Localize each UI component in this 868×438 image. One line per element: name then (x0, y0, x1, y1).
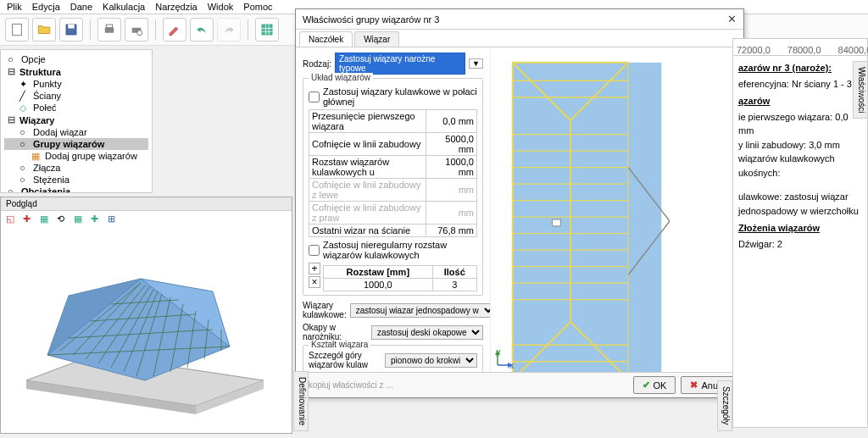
print-preview-button[interactable] (125, 18, 148, 42)
vtab-details[interactable]: Szczegóły (717, 380, 732, 431)
menu-pomoc[interactable]: Pomoc (243, 2, 272, 12)
okapy-label: Okapy w narożniku: (303, 323, 368, 341)
properties-dialog: Właściwości grupy wiązarów nr 3 ✕ Naczół… (295, 8, 744, 398)
svg-point-6 (137, 30, 142, 36)
ruler: 72000,078000,084000,0 (733, 39, 867, 56)
svg-rect-4 (106, 25, 113, 28)
tab-narozek[interactable]: Naczółek (299, 31, 353, 47)
project-tree-panel: ○Opcje ⊟Struktura ✦Punkty ╱Ściany ◇Połeć… (0, 49, 153, 193)
chk-nieregularny-label: Zastosuj nieregularny rozstaw wiązarów k… (323, 240, 477, 260)
preview-tool-6[interactable]: ✚ (91, 213, 103, 225)
side-grp: ązarów (738, 94, 862, 108)
rozstaw-cell[interactable]: 1000,0 (324, 279, 433, 291)
right-properties-panel: 72000,078000,084000,0 azarów nr 3 (naroż… (732, 38, 868, 428)
remove-row-button[interactable]: × (309, 276, 320, 288)
tree-stezenia[interactable]: ○Stężenia (4, 174, 148, 186)
svg-rect-3 (105, 28, 114, 33)
chk-kulawkowe-label: Zastosuj wiązary kulawkowe w połaci głów… (323, 86, 477, 107)
val-cofniecie[interactable]: 5000,0 mm (426, 133, 477, 156)
vtab-properties[interactable]: Właściwości (853, 61, 868, 119)
vtab-definiowanie[interactable]: Definiowanie (293, 371, 309, 431)
side-l6: Złożenia wiązarów (738, 221, 862, 236)
preview-3d-canvas[interactable] (1, 228, 292, 423)
uklad-group-title: Układ wiązarów (309, 73, 373, 82)
calc-button[interactable] (255, 18, 279, 42)
menu-kalkulacja[interactable]: Kalkulacja (103, 2, 145, 12)
okapy-select[interactable]: zastosuj deski okapowe (371, 325, 483, 340)
dialog-title: Właściwości grupy wiązarów nr 3 (303, 14, 439, 25)
menu-plik[interactable]: Plik (7, 2, 22, 12)
dialog-plan-canvas[interactable]: y x (491, 47, 743, 372)
svg-rect-0 (13, 24, 22, 36)
side-ref: eferencyjna: Nr ściany 1 - 3 (738, 77, 862, 91)
side-l3: wiązarów kulawkowych ukośnych: (738, 152, 862, 180)
tab-wiazar[interactable]: Wiązar (354, 31, 399, 47)
preview-tool-1[interactable]: ◱ (6, 213, 18, 225)
svg-rect-7 (262, 25, 272, 35)
uklad-table: Przesunięcie pierwszego wiązara0,0 mm Co… (309, 109, 477, 237)
tree-opcje[interactable]: ○Opcje (4, 53, 148, 65)
menu-narzedzia[interactable]: Narzędzia (155, 2, 198, 12)
side-header: azarów nr 3 (naroże): (738, 61, 862, 75)
menu-dane[interactable]: Dane (70, 2, 92, 12)
side-l1: ie pierwszego wiązara: 0,0 mm (738, 110, 862, 138)
new-button[interactable] (5, 18, 29, 42)
tree-struktura[interactable]: ⊟Struktura (4, 65, 148, 78)
preview-panel: Podgląd ◱ ✚ ▦ ⟲ ▦ ✚ ⊞ (0, 197, 292, 434)
svg-marker-60 (508, 363, 513, 368)
preview-title: Podgląd (1, 197, 292, 211)
preview-tool-4[interactable]: ⟲ (57, 213, 69, 225)
ilosc-cell[interactable]: 3 (432, 279, 476, 291)
chk-kulawkowe[interactable] (309, 91, 320, 103)
ok-button[interactable]: ✔OK (633, 376, 676, 394)
print-button[interactable] (97, 18, 121, 42)
preview-tool-7[interactable]: ⊞ (108, 213, 120, 225)
chk-nieregularny[interactable] (309, 245, 320, 256)
tree-dodaj-grupe[interactable]: ▦Dodaj grupę wiązarów (4, 150, 148, 162)
tree-wiazary[interactable]: ⊟Wiązary (4, 114, 148, 126)
tree-punkty[interactable]: ✦Punkty (4, 78, 148, 90)
preview-tool-2[interactable]: ✚ (23, 213, 35, 225)
wk-label: Wiązary kulawkowe: (303, 301, 347, 319)
menu-widok[interactable]: Widok (208, 2, 234, 12)
rozstaw-table: Rozstaw [mm]Ilość 1000,03 (323, 265, 477, 291)
close-icon[interactable]: ✕ (727, 13, 737, 25)
tree-grupy-wiazarow[interactable]: ○Grupy wiązarów (4, 138, 148, 150)
tree-dodaj-wiazar[interactable]: ○Dodaj wiązar (4, 126, 148, 138)
side-l5: jednospadowy w wierzchołku (738, 204, 862, 219)
svg-marker-58 (495, 350, 500, 355)
ksztalt-group-title: Kształt wiązara (309, 340, 370, 349)
add-row-button[interactable]: + (309, 263, 320, 274)
save-button[interactable] (59, 18, 83, 42)
val-przesuniecie[interactable]: 0,0 mm (426, 110, 477, 133)
open-button[interactable] (32, 18, 56, 42)
svg-rect-56 (553, 219, 561, 226)
szczegol-select[interactable]: pionowo do krokwi (385, 353, 477, 368)
redo-button[interactable] (217, 18, 241, 42)
tree-zlacza[interactable]: ○Złącza (4, 162, 148, 174)
szczegol-label: Szczegół góry wiązarów kulaw (309, 351, 381, 369)
rodzaj-label: Rodzaj: (303, 59, 331, 69)
side-l7: Dźwigar: 2 (738, 237, 862, 252)
svg-rect-35 (628, 63, 661, 372)
tree-obciazenia[interactable]: ○Obciążenia (4, 186, 148, 193)
side-l4: ulawkowe: zastosuj wiązar (738, 190, 862, 204)
side-l2: y linii zabudowy: 3,0 mm (738, 138, 862, 152)
val-rozstaw[interactable]: 1000,0 mm (426, 156, 477, 179)
preview-tool-5[interactable]: ▦ (74, 213, 86, 225)
tree-polec[interactable]: ◇Połeć (4, 102, 148, 114)
preview-tool-3[interactable]: ▦ (40, 213, 52, 225)
copy-props-button[interactable]: Skopiuj właściwości z ... (303, 380, 393, 390)
wk-select[interactable]: zastosuj wiazar jednospadowy w (350, 303, 491, 318)
edit-button[interactable] (163, 18, 186, 42)
svg-rect-2 (68, 25, 75, 29)
rodzaj-select[interactable]: Zastosuj wiązary narożne typowe (335, 53, 465, 75)
preview-toolbar: ◱ ✚ ▦ ⟲ ▦ ✚ ⊞ (1, 211, 292, 228)
menu-edycja[interactable]: Edycja (32, 2, 60, 12)
chevron-down-icon[interactable]: ▼ (469, 58, 483, 69)
tree-sciany[interactable]: ╱Ściany (4, 90, 148, 102)
undo-button[interactable] (190, 18, 214, 42)
val-ostatni[interactable]: 76,8 mm (426, 225, 477, 237)
